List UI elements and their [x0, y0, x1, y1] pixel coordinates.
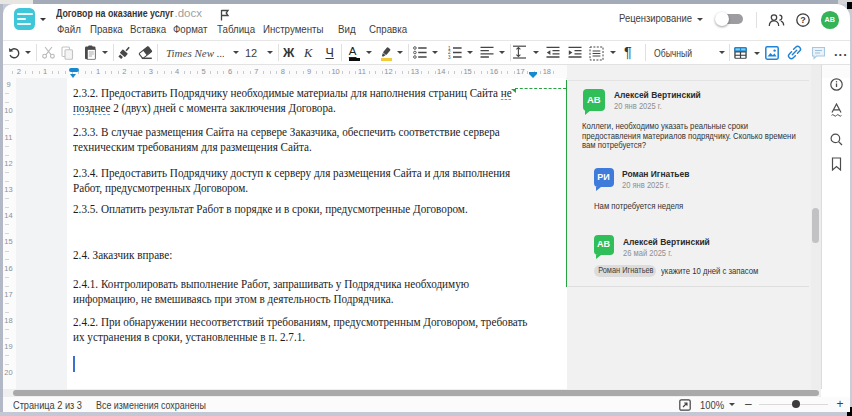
svg-text:3: 3	[448, 55, 451, 59]
svg-text:?: ?	[800, 15, 806, 25]
